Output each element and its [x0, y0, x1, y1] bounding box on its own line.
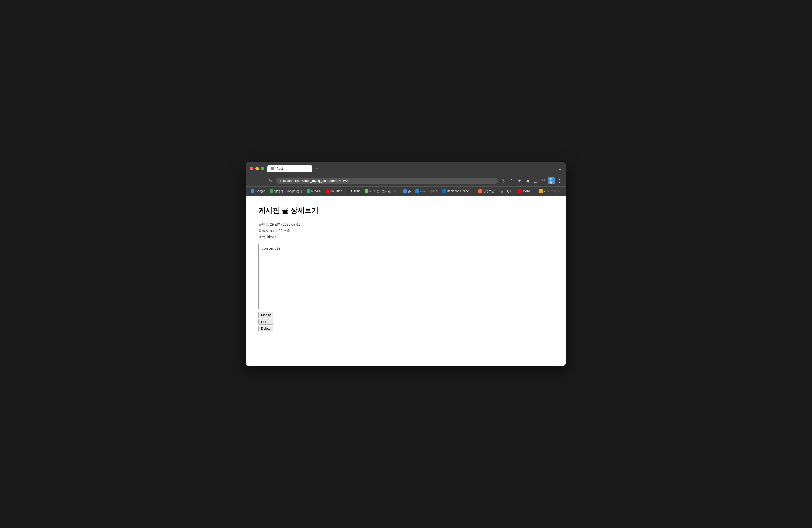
bookmarks-bar: Google 번역기 - Google 검색 NAVER YouTube Git…: [246, 187, 566, 196]
svg-point-0: [503, 180, 504, 181]
bookmark-google[interactable]: Google: [249, 189, 267, 194]
google-lens-button[interactable]: [500, 177, 507, 185]
page-title: 게시판 글 상세보기: [259, 206, 553, 216]
action-buttons: Modify List Delete: [259, 312, 553, 332]
bookmark-life[interactable]: 생명의삶 : 오늘의 QT...: [477, 189, 516, 194]
bookmark-github-label: GitHub: [351, 190, 361, 193]
active-tab[interactable]: Post ✕: [267, 165, 313, 172]
github-favicon: [347, 190, 350, 193]
nav-bar: ← → ↻ ● localhost:8080/bbs_mysql_code/de…: [246, 175, 566, 187]
address-bar[interactable]: ● localhost:8080/bbs_mysql_code/detail?i…: [276, 178, 498, 184]
bookmark-translate[interactable]: 번역기 - Google 검색: [268, 189, 304, 194]
title-bar: Post ✕ + ⌄: [246, 162, 566, 175]
programmers-favicon: [416, 190, 419, 193]
google-favicon: [251, 190, 255, 193]
tab-title: Post: [276, 167, 303, 171]
new-tab-button[interactable]: +: [314, 165, 320, 172]
bookmark-baekjoon[interactable]: Baekjoon Online J...: [440, 189, 476, 194]
youtube-favicon: [326, 190, 330, 193]
bookmark-tving[interactable]: TVING: [516, 189, 534, 194]
content-textarea[interactable]: [259, 244, 381, 309]
menu-button[interactable]: ⋮: [556, 177, 563, 185]
author-row: 작성자 name29 조회수 1: [259, 228, 553, 234]
traffic-lights: [250, 167, 264, 171]
bookmark-youtube[interactable]: YouTube: [324, 189, 344, 194]
page-content: 게시판 글 상세보기 글번호 29 날짜 2023-07-12 작성자 name…: [246, 196, 566, 366]
sidebar-button[interactable]: ▢: [532, 177, 539, 185]
bookmark-github[interactable]: GitHub: [345, 189, 362, 194]
tab-close-button[interactable]: ✕: [305, 167, 309, 171]
folder-favicon: [539, 190, 543, 193]
url-text: localhost:8080/bbs_mysql_code/detail?idx…: [283, 179, 350, 183]
post-number-row: 글번호 29 날짜 2023-07-12: [259, 221, 553, 228]
baekjoon-favicon: [443, 190, 446, 193]
home-favicon: [404, 190, 407, 193]
bookmark-tving-label: TVING: [522, 190, 532, 193]
close-button[interactable]: [250, 167, 253, 171]
minimize-button[interactable]: [256, 167, 259, 171]
bookmark-inflearn[interactable]: 내 학습 - 인프런 | 마...: [363, 189, 401, 194]
bookmark-other[interactable]: 기타 북마크: [537, 189, 562, 194]
tab-bar: Post ✕ +: [267, 165, 555, 172]
bookmark-google-label: Google: [256, 190, 265, 193]
post-meta: 글번호 29 날짜 2023-07-12 작성자 name29 조회수 1 제목…: [259, 221, 553, 240]
subject-row: 제목 title29: [259, 234, 553, 240]
forward-button[interactable]: →: [258, 177, 265, 185]
bookmark-star-button[interactable]: ★: [516, 177, 523, 185]
profile-button[interactable]: 등록: [548, 177, 555, 185]
delete-button[interactable]: Delete: [259, 326, 274, 332]
maximize-button[interactable]: [261, 167, 264, 171]
bookmark-home-label: 홈: [408, 189, 411, 193]
life-favicon: [478, 190, 482, 193]
bookmarks-more-button[interactable]: 기타 북마크: [536, 188, 563, 195]
window-controls[interactable]: ⌄: [558, 166, 562, 172]
browser-window: Post ✕ + ⌄ ← → ↻ ● localhost:8080/bbs_my…: [246, 162, 566, 366]
naver-favicon: [307, 190, 310, 193]
list-button[interactable]: List: [259, 319, 274, 325]
bookmark-naver[interactable]: NAVER: [305, 189, 323, 194]
inflearn-favicon: [365, 190, 368, 193]
bookmark-programmers[interactable]: 프로그래머스: [414, 189, 440, 194]
bookmark-life-label: 생명의삶 : 오늘의 QT...: [483, 189, 514, 193]
tving-favicon: [518, 190, 522, 193]
reading-list-button[interactable]: ☷: [540, 177, 547, 185]
share-button[interactable]: ⇧: [508, 177, 515, 185]
bookmark-naver-label: NAVER: [311, 190, 321, 193]
bookmark-translate-label: 번역기 - Google 검색: [274, 189, 303, 193]
back-button[interactable]: ←: [249, 177, 256, 185]
modify-button[interactable]: Modify: [259, 312, 274, 318]
bookmark-youtube-label: YouTube: [331, 190, 342, 193]
refresh-button[interactable]: ↻: [267, 177, 274, 185]
bookmark-inflearn-label: 내 학습 - 인프런 | 마...: [369, 189, 399, 193]
bookmark-baekjoon-label: Baekjoon Online J...: [447, 190, 474, 193]
lock-icon: ●: [279, 179, 281, 183]
bookmark-other-label: 기타 북마크: [544, 189, 560, 193]
bookmark-programmers-label: 프로그래머스: [420, 189, 438, 193]
nav-actions: ⇧ ★ ◀ ▢ ☷ 등록 ⋮: [500, 177, 563, 185]
bookmark-home[interactable]: 홈: [402, 189, 413, 194]
tab-favicon: [271, 167, 275, 171]
extensions-button[interactable]: ◀: [524, 177, 531, 185]
translate-favicon: [270, 190, 273, 193]
